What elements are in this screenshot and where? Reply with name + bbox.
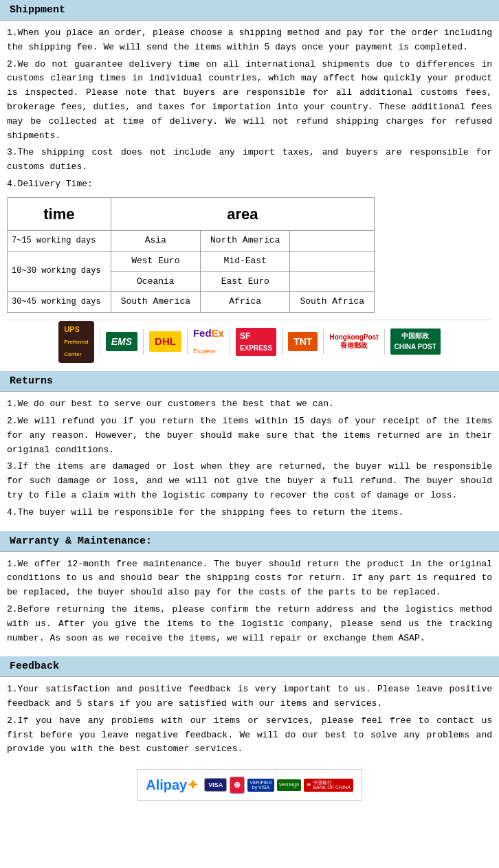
dhl-logo: DHL xyxy=(144,329,188,355)
table-header-area: area xyxy=(111,197,374,230)
warranty-title: Warranty & Maintenance: xyxy=(0,531,499,552)
warranty-section: Warranty & Maintenance: 1.We offer 12-mo… xyxy=(0,531,499,657)
table-cell-time-1: 7~15 working days xyxy=(8,230,111,251)
table-cell-area-1a: Asia xyxy=(111,230,200,251)
chinapost-logo: 中国邮政CHINA POST xyxy=(385,329,446,355)
bank-of-china-icon: ⊕ 中国银行BANK OF CHINA xyxy=(304,779,353,792)
feedback-content: 1.Your satisfaction and positive feedbac… xyxy=(0,677,499,816)
shippment-para-1: 1.When you place an order, please choose… xyxy=(7,26,492,55)
table-row: 10~30 working days West Euro Mid-East xyxy=(8,251,375,271)
feedback-section: Feedback 1.Your satisfaction and positiv… xyxy=(0,656,499,816)
payment-logos-wrap: Alipay✦ VISA ⊕ VERIFIEDby VISA VeriSign … xyxy=(7,759,492,808)
shippment-title: Shippment xyxy=(0,0,499,21)
warranty-para-1: 1.We offer 12-month free maintenance. Th… xyxy=(7,557,492,600)
table-cell-area-2c xyxy=(290,251,375,271)
table-cell-area-4c: South Africa xyxy=(290,292,375,313)
table-cell-area-4b: Africa xyxy=(201,292,290,313)
shipping-logos-bar: UPS PreferredCenter EMS DHL FedExExpress… xyxy=(7,320,492,363)
verisign-icon: VeriSign xyxy=(277,779,302,791)
table-cell-time-4: 30~45 working days xyxy=(8,292,111,313)
visa-icon: VISA xyxy=(204,778,227,792)
returns-title: Returns xyxy=(0,371,499,392)
table-cell-area-3c xyxy=(290,271,375,292)
table-cell-area-2a: West Euro xyxy=(111,251,200,271)
table-cell-area-1b: North America xyxy=(201,230,290,251)
feedback-para-1: 1.Your satisfaction and positive feedbac… xyxy=(7,682,492,711)
feedback-title: Feedback xyxy=(0,656,499,677)
ems-logo: EMS xyxy=(100,329,144,355)
shippment-para-3: 3.The shipping cost does not include any… xyxy=(7,146,492,175)
shippment-section: Shippment 1.When you place an order, ple… xyxy=(0,0,499,371)
table-cell-area-4a: South America xyxy=(111,292,200,313)
payment-icons: VISA ⊕ VERIFIEDby VISA VeriSign ⊕ 中国银行BA… xyxy=(204,777,353,794)
table-cell-area-2b: Mid-East xyxy=(201,251,290,271)
table-cell-time-2: 10~30 working days xyxy=(8,251,111,292)
table-cell-area-3b: East Euro xyxy=(201,271,290,292)
feedback-para-2: 2.If you have any problems with our item… xyxy=(7,714,492,757)
table-cell-area-1c xyxy=(290,230,375,251)
ups-logo: UPS PreferredCenter xyxy=(53,329,100,355)
table-row: 30~45 working days South America Africa … xyxy=(8,292,375,313)
returns-para-3: 3.If the items are damaged or lost when … xyxy=(7,460,492,502)
returns-section: Returns 1.We do our best to serve our cu… xyxy=(0,371,499,531)
delivery-table-wrapper: time area 7~15 working days Asia North A… xyxy=(7,197,492,313)
returns-para-1: 1.We do our best to serve our customers … xyxy=(7,397,492,412)
returns-content: 1.We do our best to serve our customers … xyxy=(0,392,499,531)
sf-logo: SF EXPRESS xyxy=(230,329,282,355)
warranty-para-2: 2.Before returning the items, please con… xyxy=(7,603,492,645)
table-cell-area-3a: Oceania xyxy=(111,271,200,292)
mastercard-icon: ⊕ xyxy=(230,777,245,794)
returns-para-4: 4.The buyer will be responsible for the … xyxy=(7,506,492,520)
shippment-para-4: 4.Delivery Time: xyxy=(7,177,492,192)
shippment-content: 1.When you place an order, please choose… xyxy=(0,21,499,371)
alipay-logo: Alipay✦ xyxy=(146,774,199,796)
hkpost-logo: HongkongPost香港郵政 xyxy=(324,329,384,355)
tnt-logo: TNT xyxy=(282,329,324,355)
table-header-time: time xyxy=(8,197,111,230)
returns-para-2: 2.We will refund you if you return the i… xyxy=(7,414,492,457)
table-row: 7~15 working days Asia North America xyxy=(8,230,375,251)
shippment-para-2: 2.We do not guarantee delivery time on a… xyxy=(7,58,492,144)
warranty-content: 1.We offer 12-month free maintenance. Th… xyxy=(0,552,499,657)
fedex-logo: FedExExpress xyxy=(188,329,230,355)
alipay-box: Alipay✦ VISA ⊕ VERIFIEDby VISA VeriSign … xyxy=(137,769,362,801)
delivery-table: time area 7~15 working days Asia North A… xyxy=(7,197,375,313)
verified-visa-icon: VERIFIEDby VISA xyxy=(247,779,274,792)
